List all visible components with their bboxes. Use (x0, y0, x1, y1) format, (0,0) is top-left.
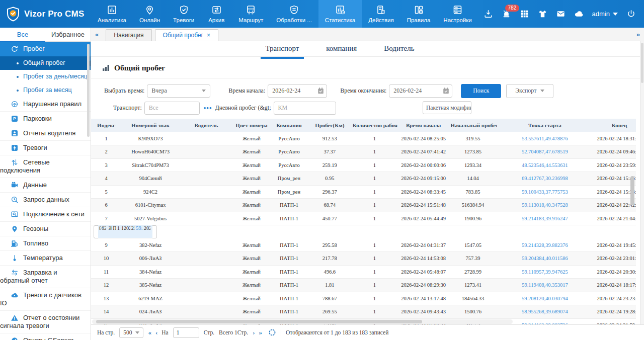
cloud-icon[interactable] (574, 9, 584, 19)
sidebar-tab-1[interactable]: Избранное (45, 28, 91, 41)
column-header[interactable]: Индекс (91, 119, 121, 132)
prev-page-button[interactable]: ‹ (155, 328, 157, 336)
workspace-tab-1[interactable]: Общий пробег× (155, 29, 218, 41)
start-point-link[interactable]: 59.204384,40.011586 (522, 256, 568, 261)
per-page-select[interactable]: 500 (119, 327, 143, 338)
start-point-link[interactable]: 59.214183,39.916247 (522, 216, 568, 221)
download-icon[interactable] (484, 9, 493, 19)
expand-tabs-button[interactable]: » (632, 28, 644, 41)
table-row[interactable]: 86212-MAZЖелтыйПАТП-11184.6812026-02-24 … (94, 225, 157, 238)
sidebar-scrollbar[interactable] (87, 44, 90, 137)
mail-icon[interactable] (556, 9, 566, 19)
sidebar-item[interactable]: PПарковки (0, 112, 91, 126)
table-row[interactable]: 1K909XO73ЖелтыйРуссАвто912.5312026-02-24… (91, 132, 636, 145)
close-tab-icon[interactable]: × (207, 32, 210, 39)
nav-item-online[interactable]: Онлайн (133, 0, 167, 28)
start-point-link[interactable]: 69.412767,30.236998 (522, 176, 568, 181)
last-page-button[interactable]: » (259, 328, 262, 336)
column-header[interactable]: Точка старта (497, 119, 594, 132)
table-row[interactable]: 75027-VolgobusЖелтыйПАТП-1450.7712026-02… (91, 212, 636, 225)
nav-item-archive[interactable]: Архив (201, 0, 232, 28)
tshirt-icon[interactable] (538, 9, 547, 19)
sidebar-item[interactable]: Подключение к сети (0, 207, 91, 222)
table-row[interactable]: 136219-MAZЖелтыйПАТП-1788.6712026-02-24 … (91, 292, 636, 305)
sidebar-item[interactable]: Отчеты водителя (0, 126, 91, 141)
start-point-link[interactable]: 59.110957,39.947625 (522, 269, 568, 275)
calendar-icon[interactable] (442, 87, 450, 95)
subtab-0[interactable]: Транспорт (264, 44, 301, 56)
column-header[interactable]: Цвет номера (233, 119, 271, 132)
sidebar-item[interactable]: Отчеты GSensor (0, 333, 91, 340)
page-scrollbar[interactable] (641, 43, 643, 83)
sidebar-tab-0[interactable]: Все (0, 28, 45, 41)
sidebar-item[interactable]: Тревоги с датчиков IO (0, 288, 91, 311)
column-header[interactable]: Водитель (180, 119, 233, 132)
alarm-beacon-icon[interactable]: 782 (502, 9, 511, 19)
start-point-link[interactable]: 59.113018,40.347528 (522, 202, 568, 208)
brand[interactable]: Vizor Pro CMS (0, 0, 91, 28)
nav-item-actions[interactable]: Действия (362, 0, 400, 28)
start-point-link[interactable]: 59.100433,37.775753 (522, 189, 568, 195)
time-range-select[interactable]: Вчера (147, 84, 210, 98)
sidebar-item[interactable]: Геозоны (0, 222, 91, 236)
table-row[interactable]: 3SitrakC704PM73ЖелтыйРуссАвто259.1912026… (91, 158, 636, 172)
search-button[interactable]: Поиск (461, 84, 501, 98)
sidebar-item[interactable]: Пробег (0, 42, 91, 56)
sidebar-item[interactable]: Отчет о состоянии сигнала тревоги (0, 311, 91, 333)
sidebar-subitem[interactable]: Общий пробег (0, 56, 91, 70)
first-page-button[interactable]: « (148, 328, 151, 336)
daily-mileage-input[interactable] (274, 102, 336, 115)
nav-item-statistics[interactable]: Статистика (318, 0, 362, 28)
nav-item-processing[interactable]: Обработки ... (270, 0, 318, 28)
start-point-link[interactable]: 59.214328,39.882376 (522, 242, 568, 248)
column-header[interactable]: Компания (270, 119, 308, 132)
horizontal-scrollbar[interactable] (96, 320, 422, 323)
start-point-link[interactable]: 52.704087,47.678519 (522, 149, 568, 154)
start-point-link[interactable]: 48.523546,44.553631 (522, 162, 568, 168)
start-point-link[interactable]: 58.955268,39.689074 (522, 309, 568, 314)
sidebar-item[interactable]: Топливо (0, 236, 91, 251)
column-header[interactable]: Количество рабочих (352, 119, 397, 132)
table-row[interactable]: 2HowoH640CM73ЖелтыйРуссАвто37.3712026-02… (91, 145, 636, 159)
export-button[interactable]: Экспорт (506, 84, 553, 98)
table-row[interactable]: 14024-ЛиАЗЖелтыйПАТП-1269.5512026-02-24 … (91, 305, 636, 319)
sidebar-item[interactable]: Заправка и обратный отчет (0, 266, 91, 288)
column-header[interactable]: Начальный пробег (449, 119, 496, 132)
sidebar-item[interactable]: Сетевые подключения (0, 155, 91, 178)
user-menu[interactable]: admin (592, 10, 618, 18)
apps-grid-icon[interactable] (520, 9, 529, 19)
table-row[interactable]: 5924C2ЖелтыйПром_рен296.3712026-02-24 08… (91, 185, 636, 199)
table-row[interactable]: 66101-CitymaxЖелтыйПАТП-168.7412026-02-2… (91, 199, 636, 212)
column-header[interactable]: Время начала (397, 119, 450, 132)
nav-item-alarms[interactable]: Тревоги (167, 0, 201, 28)
column-header[interactable]: Конец (593, 119, 636, 132)
table-row[interactable]: 10006-ЛиАЗЖелтыйПАТП-1217.7812026-02-24 … (91, 252, 636, 266)
sidebar-item[interactable]: Нарушения правил (0, 97, 91, 112)
sidebar-item[interactable]: Температура (0, 251, 91, 266)
sidebar-item[interactable]: Тревоги (0, 141, 91, 155)
sidebar-item[interactable]: Запрос данных (0, 193, 91, 207)
nav-item-settings[interactable]: Настройки (437, 0, 478, 28)
transport-input[interactable] (144, 102, 200, 115)
collapse-sidebar-button[interactable]: « (91, 28, 103, 41)
workspace-tab-0[interactable]: Навигация (106, 29, 151, 41)
column-header[interactable]: Номерной знак (121, 119, 180, 132)
subtab-2[interactable]: Водитель (382, 44, 416, 56)
more-options-button[interactable]: ••• (204, 104, 212, 112)
calendar-icon[interactable] (317, 87, 325, 95)
start-point-link[interactable]: 59.358992,40.688579 (136, 225, 143, 231)
next-page-button[interactable]: › (253, 328, 254, 336)
table-row[interactable]: 11384-NefazЖелтыйПАТП-1496.612026-02-24 … (91, 265, 636, 279)
table-row[interactable]: 4904СинийЖелтыйПром_рен0.9512026-02-24 0… (91, 172, 636, 186)
table-row[interactable]: 9382-NefazЖелтыйПАТП-1295.5812026-02-24 … (91, 238, 636, 252)
power-icon[interactable] (626, 9, 636, 19)
nav-item-route[interactable]: Маршрут (232, 0, 270, 28)
sidebar-subitem[interactable]: Пробег за день/месяц (0, 70, 91, 83)
table-row[interactable]: 12385-NefazЖелтыйПАТП-11.8112026-02-24 0… (91, 279, 636, 292)
sidebar-subitem[interactable]: Пробег за месяц (0, 83, 91, 97)
batch-modify-button[interactable]: Пакетная модификация (423, 101, 471, 114)
page-number-input[interactable] (173, 327, 199, 338)
column-header[interactable]: Пробег(Км) (308, 119, 352, 132)
nav-item-rules[interactable]: Правила (400, 0, 437, 28)
sidebar-item[interactable]: Данные (0, 178, 91, 193)
